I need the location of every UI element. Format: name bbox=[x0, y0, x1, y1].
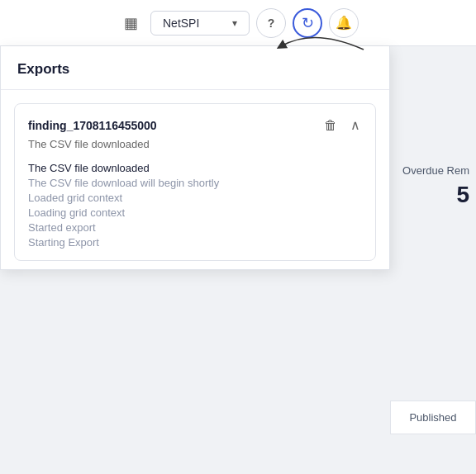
published-badge: Published bbox=[390, 401, 476, 434]
bell-button[interactable]: 🔔 bbox=[329, 8, 359, 38]
top-nav: ▦ NetSPI ▾ ? ↻ 🔔 bbox=[0, 0, 476, 46]
log-entry: Started export bbox=[28, 221, 362, 234]
help-icon: ? bbox=[268, 17, 275, 30]
bell-icon: 🔔 bbox=[336, 15, 352, 31]
refresh-button[interactable]: ↻ bbox=[293, 8, 322, 38]
export-item-actions: 🗑 ∧ bbox=[322, 116, 362, 135]
export-log: The CSV file downloaded The CSV file dow… bbox=[28, 162, 362, 249]
org-dropdown[interactable]: NetSPI ▾ bbox=[150, 11, 250, 36]
log-entry: Loaded grid context bbox=[28, 192, 362, 204]
export-item-name: finding_1708116455000 bbox=[28, 119, 157, 132]
refresh-icon: ↻ bbox=[302, 14, 314, 32]
exports-title: Exports bbox=[17, 61, 69, 77]
exports-header: Exports bbox=[1, 46, 389, 90]
overdue-label: Overdue Rem bbox=[390, 164, 476, 177]
exports-panel: Exports finding_1708116455000 🗑 ∧ The CS… bbox=[0, 46, 390, 270]
chevron-up-icon: ∧ bbox=[350, 118, 360, 132]
collapse-button[interactable]: ∧ bbox=[349, 116, 362, 135]
export-item: finding_1708116455000 🗑 ∧ The CSV file d… bbox=[14, 103, 376, 261]
log-entry: The CSV file downloaded bbox=[28, 162, 362, 174]
chevron-down-icon: ▾ bbox=[232, 17, 237, 29]
overdue-count: 5 bbox=[390, 182, 476, 208]
trash-icon: 🗑 bbox=[324, 118, 337, 132]
delete-button[interactable]: 🗑 bbox=[322, 116, 339, 135]
help-button[interactable]: ? bbox=[256, 8, 286, 38]
log-entry: The CSV file download will begin shortly bbox=[28, 177, 362, 189]
log-entry: Starting Export bbox=[28, 236, 362, 249]
org-name: NetSPI bbox=[163, 17, 199, 30]
log-entry: Loading grid context bbox=[28, 206, 362, 219]
grid-icon: ▦ bbox=[117, 10, 144, 36]
export-item-header: finding_1708116455000 🗑 ∧ bbox=[28, 116, 362, 135]
export-item-status: The CSV file downloaded bbox=[28, 138, 362, 150]
background-panel: Overdue Rem 5 Published bbox=[390, 46, 476, 474]
